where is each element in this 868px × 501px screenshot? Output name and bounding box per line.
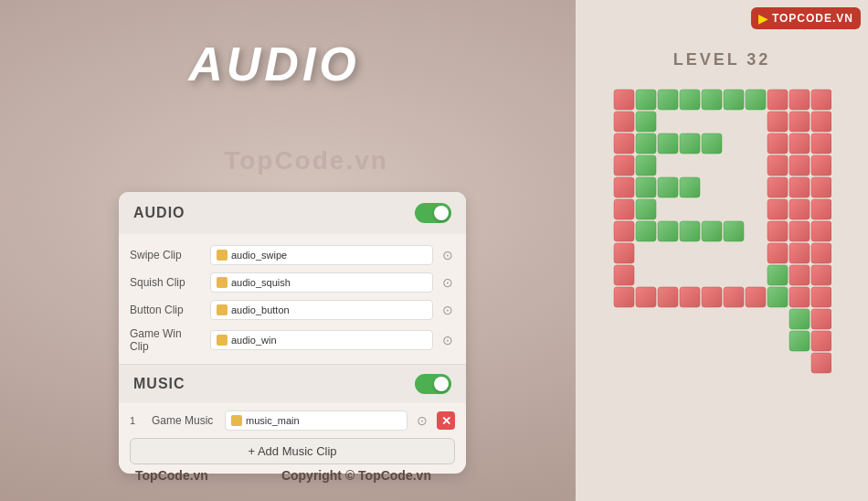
footer: TopCode.vn Copyright © TopCode.vn [0, 468, 566, 483]
audio-section-header: AUDIO [119, 192, 466, 234]
music-toggle[interactable] [415, 374, 451, 394]
audio-toggle[interactable] [415, 203, 451, 223]
svg-rect-43 [680, 221, 700, 241]
music-section: MUSIC 1 Game Music music_main ⊙ ✕ + Add … [119, 364, 466, 474]
game-grid-svg [612, 88, 831, 380]
svg-rect-18 [680, 133, 700, 154]
svg-rect-61 [702, 287, 722, 307]
level-label: LEVEL 32 [673, 50, 771, 69]
svg-rect-69 [789, 331, 810, 351]
squish-clip-input[interactable]: audio_squish [210, 272, 433, 293]
svg-rect-37 [767, 199, 788, 219]
svg-rect-52 [811, 243, 831, 263]
audio-section-title: AUDIO [133, 205, 185, 221]
swipe-settings-icon[interactable]: ⊙ [440, 248, 455, 262]
clip-icon [217, 277, 228, 288]
svg-rect-11 [636, 112, 656, 132]
svg-rect-36 [636, 199, 656, 219]
svg-rect-0 [614, 90, 634, 110]
logo-icon: ▶ [758, 11, 768, 26]
svg-rect-21 [789, 133, 810, 154]
svg-rect-33 [789, 177, 810, 197]
svg-rect-42 [658, 221, 678, 241]
music-rows: 1 Game Music music_main ⊙ ✕ + Add Music … [119, 403, 466, 474]
clip-icon [217, 335, 228, 346]
add-music-clip-button[interactable]: + Add Music Clip [130, 438, 455, 464]
table-row: Button Clip audio_button ⊙ [130, 296, 455, 324]
svg-rect-1 [636, 90, 656, 110]
footer-left: TopCode.vn [135, 468, 208, 483]
music-clip-name: music_main [246, 415, 300, 426]
button-clip-name: audio_button [231, 304, 290, 315]
svg-rect-8 [789, 90, 810, 110]
svg-rect-50 [767, 243, 788, 263]
svg-rect-65 [789, 287, 810, 307]
svg-rect-62 [724, 287, 744, 307]
audio-panel: AUDIO Swipe Clip audio_swipe ⊙ Squish Cl… [119, 192, 466, 474]
svg-rect-70 [811, 331, 831, 351]
svg-rect-59 [658, 287, 678, 307]
svg-rect-63 [746, 287, 766, 307]
svg-rect-67 [789, 309, 810, 329]
svg-rect-39 [811, 199, 831, 219]
svg-rect-2 [658, 90, 678, 110]
music-clip-icon [231, 415, 242, 426]
svg-rect-60 [680, 287, 700, 307]
table-row: Game Win Clip audio_win ⊙ [130, 324, 455, 357]
svg-rect-29 [636, 177, 656, 197]
button-settings-icon[interactable]: ⊙ [440, 303, 455, 317]
footer-right: Copyright © TopCode.vn [281, 468, 431, 483]
game-panel: LEVEL 32 [576, 0, 868, 501]
game-grid [612, 88, 831, 380]
squish-clip-name: audio_squish [231, 277, 291, 288]
svg-rect-49 [614, 243, 634, 263]
svg-rect-46 [767, 221, 788, 241]
svg-rect-44 [702, 221, 722, 241]
svg-rect-24 [636, 155, 656, 176]
svg-rect-14 [811, 112, 831, 132]
svg-rect-30 [658, 177, 678, 197]
gamewin-clip-input[interactable]: audio_win [210, 330, 433, 350]
svg-rect-19 [702, 133, 722, 154]
music-section-title: MUSIC [133, 376, 185, 392]
page-title: AUDIO [0, 37, 548, 91]
svg-rect-13 [789, 112, 810, 132]
delete-music-button[interactable]: ✕ [437, 411, 455, 430]
button-clip-label: Button Clip [130, 304, 203, 316]
svg-rect-38 [789, 199, 810, 219]
swipe-clip-input[interactable]: audio_swipe [210, 245, 433, 265]
svg-rect-27 [811, 155, 831, 176]
clip-icon [217, 250, 228, 261]
clip-icon [217, 304, 228, 315]
svg-rect-71 [811, 353, 831, 373]
svg-rect-31 [680, 177, 700, 197]
svg-rect-6 [746, 90, 766, 110]
svg-rect-16 [636, 133, 656, 154]
swipe-clip-label: Swipe Clip [130, 249, 203, 261]
gamewin-clip-name: audio_win [231, 335, 277, 346]
svg-rect-7 [767, 90, 788, 110]
svg-rect-55 [789, 265, 810, 285]
svg-rect-10 [614, 112, 634, 132]
svg-rect-23 [614, 155, 634, 176]
svg-rect-57 [614, 287, 634, 307]
svg-rect-66 [811, 287, 831, 307]
svg-rect-25 [767, 155, 788, 176]
svg-rect-41 [636, 221, 656, 241]
svg-rect-28 [614, 177, 634, 197]
game-music-label: Game Music [152, 414, 217, 427]
svg-rect-5 [724, 90, 744, 110]
music-settings-icon[interactable]: ⊙ [415, 413, 429, 428]
squish-settings-icon[interactable]: ⊙ [440, 275, 455, 290]
svg-rect-32 [767, 177, 788, 197]
svg-rect-47 [789, 221, 810, 241]
list-item: 1 Game Music music_main ⊙ ✕ [130, 410, 455, 431]
logo-text: TOPCODE.VN [772, 12, 853, 25]
music-section-header: MUSIC [119, 364, 466, 403]
svg-rect-68 [811, 309, 831, 329]
button-clip-input[interactable]: audio_button [210, 300, 433, 320]
svg-rect-58 [636, 287, 656, 307]
svg-rect-17 [658, 133, 678, 154]
gamewin-settings-icon[interactable]: ⊙ [440, 333, 455, 347]
music-clip-input[interactable]: music_main [225, 410, 408, 431]
